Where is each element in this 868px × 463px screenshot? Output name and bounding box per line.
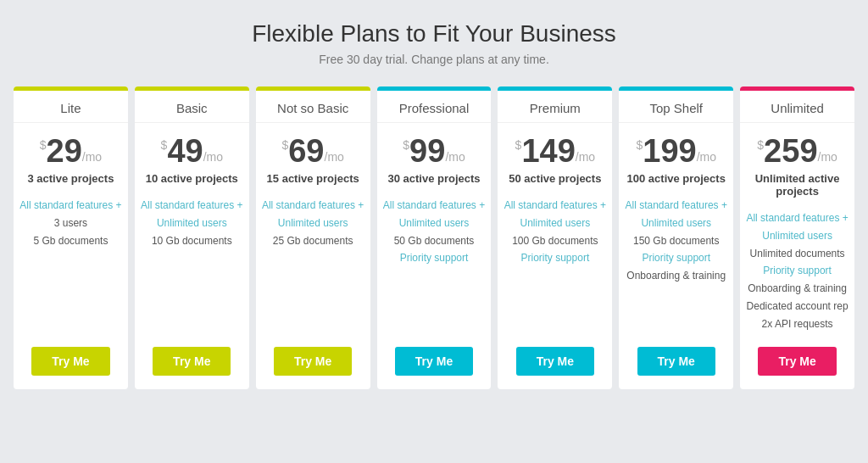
plan-projects-unlimited: Unlimited active projects xyxy=(740,172,854,204)
feature-line-not-so-basic-1: Unlimited users xyxy=(278,216,348,231)
price-dollar-sign: $ xyxy=(515,138,522,152)
plan-projects-top-shelf: 100 active projects xyxy=(620,172,732,192)
feature-line-top-shelf-1: Unlimited users xyxy=(641,216,711,231)
plan-features-professional: All standard features +Unlimited users50… xyxy=(377,192,492,338)
plan-per-month-premium: /mo xyxy=(576,150,595,164)
feature-line-lite-1: 3 users xyxy=(54,216,87,231)
plan-card-top-shelf: Top Shelf$199/mo100 active projectsAll s… xyxy=(619,86,733,389)
feature-line-top-shelf-2: 150 Gb documents xyxy=(633,234,719,248)
feature-line-unlimited-2: Unlimited documents xyxy=(750,247,845,261)
plan-price-amount-not-so-basic: 69 xyxy=(288,135,324,167)
try-me-button-professional[interactable]: Try Me xyxy=(395,347,473,376)
plan-price-amount-basic: 49 xyxy=(167,135,203,167)
plan-features-unlimited: All standard features +Unlimited usersUn… xyxy=(740,204,854,338)
plan-card-premium: Premium$149/mo50 active projectsAll stan… xyxy=(498,86,612,389)
plan-features-top-shelf: All standard features +Unlimited users15… xyxy=(619,192,733,338)
try-me-button-lite[interactable]: Try Me xyxy=(31,347,109,376)
price-dollar-sign: $ xyxy=(636,138,643,152)
plan-per-month-professional: /mo xyxy=(445,150,465,164)
plan-price-block-professional: $99/mo xyxy=(396,123,471,172)
plan-price-block-not-so-basic: $69/mo xyxy=(275,123,350,172)
feature-line-unlimited-1: Unlimited users xyxy=(762,229,832,243)
plan-card-lite: Lite$29/mo3 active projectsAll standard … xyxy=(14,86,128,389)
feature-line-professional-1: Unlimited users xyxy=(399,216,470,231)
price-dollar-sign: $ xyxy=(40,138,47,152)
price-dollar-sign: $ xyxy=(403,138,409,152)
plan-card-basic: Basic$49/mo10 active projectsAll standar… xyxy=(135,86,249,389)
plan-per-month-top-shelf: /mo xyxy=(697,150,716,164)
try-me-button-basic[interactable]: Try Me xyxy=(153,347,231,376)
try-me-button-not-so-basic[interactable]: Try Me xyxy=(274,347,352,376)
feature-line-professional-3: Priority support xyxy=(400,251,469,265)
plan-card-unlimited: Unlimited$259/moUnlimited active project… xyxy=(740,86,854,389)
feature-line-premium-3: Priority support xyxy=(521,251,590,265)
price-dollar-sign: $ xyxy=(161,138,168,152)
feature-line-lite-0: All standard features + xyxy=(19,198,121,213)
feature-line-premium-0: All standard features + xyxy=(504,198,606,213)
plan-per-month-unlimited: /mo xyxy=(818,150,837,164)
plan-per-month-basic: /mo xyxy=(203,150,223,164)
plan-name-unlimited: Unlimited xyxy=(740,91,854,123)
plan-projects-basic: 10 active projects xyxy=(139,172,245,192)
feature-line-professional-2: 50 Gb documents xyxy=(394,234,475,248)
plan-projects-professional: 30 active projects xyxy=(381,172,487,192)
plan-price-block-lite: $29/mo xyxy=(33,123,108,172)
feature-line-unlimited-0: All standard features + xyxy=(746,211,848,226)
plan-card-not-so-basic: Not so Basic$69/mo15 active projectsAll … xyxy=(256,86,370,389)
feature-line-unlimited-5: Dedicated account rep xyxy=(747,299,849,314)
plan-price-amount-premium: 149 xyxy=(521,135,575,167)
plan-projects-lite: 3 active projects xyxy=(20,172,120,192)
try-me-button-top-shelf[interactable]: Try Me xyxy=(637,347,715,376)
plan-projects-premium: 50 active projects xyxy=(502,172,608,192)
plan-price-amount-unlimited: 259 xyxy=(764,135,817,167)
plans-container: Lite$29/mo3 active projectsAll standard … xyxy=(14,86,854,389)
plan-features-basic: All standard features +Unlimited users10… xyxy=(135,192,249,338)
feature-line-not-so-basic-2: 25 Gb documents xyxy=(273,234,353,248)
plan-projects-not-so-basic: 15 active projects xyxy=(260,172,366,192)
feature-line-unlimited-3: Priority support xyxy=(763,264,832,278)
plan-card-professional: Professional$99/mo30 active projectsAll … xyxy=(377,86,492,389)
plan-features-premium: All standard features +Unlimited users10… xyxy=(498,192,612,338)
feature-line-premium-1: Unlimited users xyxy=(520,216,591,231)
plan-price-amount-professional: 99 xyxy=(409,135,445,167)
feature-line-lite-2: 5 Gb documents xyxy=(33,234,108,248)
plan-price-block-premium: $149/mo xyxy=(509,123,603,172)
plan-features-not-so-basic: All standard features +Unlimited users25… xyxy=(256,192,370,338)
plan-per-month-lite: /mo xyxy=(82,150,102,164)
plan-name-premium: Premium xyxy=(498,91,612,123)
plan-features-lite: All standard features +3 users5 Gb docum… xyxy=(14,192,128,338)
plan-price-amount-lite: 29 xyxy=(47,135,82,167)
try-me-button-premium[interactable]: Try Me xyxy=(516,347,594,376)
plan-name-not-so-basic: Not so Basic xyxy=(256,91,370,123)
feature-line-top-shelf-3: Priority support xyxy=(642,251,710,265)
feature-line-not-so-basic-0: All standard features + xyxy=(262,198,364,213)
page-subtitle: Free 30 day trial. Change plans at any t… xyxy=(252,53,616,66)
plan-name-professional: Professional xyxy=(377,91,492,123)
page-title: Flexible Plans to Fit Your Business xyxy=(252,20,616,47)
feature-line-basic-2: 10 Gb documents xyxy=(152,234,232,248)
plan-price-block-unlimited: $259/mo xyxy=(750,123,844,172)
feature-line-premium-2: 100 Gb documents xyxy=(512,234,598,248)
feature-line-basic-0: All standard features + xyxy=(141,198,242,213)
feature-line-unlimited-6: 2x API requests xyxy=(762,317,833,332)
feature-line-unlimited-4: Onboarding & training xyxy=(748,282,847,296)
price-dollar-sign: $ xyxy=(757,138,764,152)
feature-line-basic-1: Unlimited users xyxy=(157,216,227,231)
plan-name-basic: Basic xyxy=(135,91,249,123)
feature-line-professional-0: All standard features + xyxy=(383,198,485,213)
price-dollar-sign: $ xyxy=(281,138,288,152)
feature-line-top-shelf-0: All standard features + xyxy=(626,198,727,213)
plan-per-month-not-so-basic: /mo xyxy=(325,150,344,164)
plan-name-top-shelf: Top Shelf xyxy=(619,91,733,123)
plan-name-lite: Lite xyxy=(14,91,128,123)
feature-line-top-shelf-4: Onboarding & training xyxy=(626,269,726,283)
plan-price-block-top-shelf: $199/mo xyxy=(629,123,723,172)
plan-price-block-basic: $49/mo xyxy=(154,123,230,172)
try-me-button-unlimited[interactable]: Try Me xyxy=(758,347,836,376)
page-header: Flexible Plans to Fit Your Business Free… xyxy=(252,20,616,66)
plan-price-amount-top-shelf: 199 xyxy=(643,135,696,167)
